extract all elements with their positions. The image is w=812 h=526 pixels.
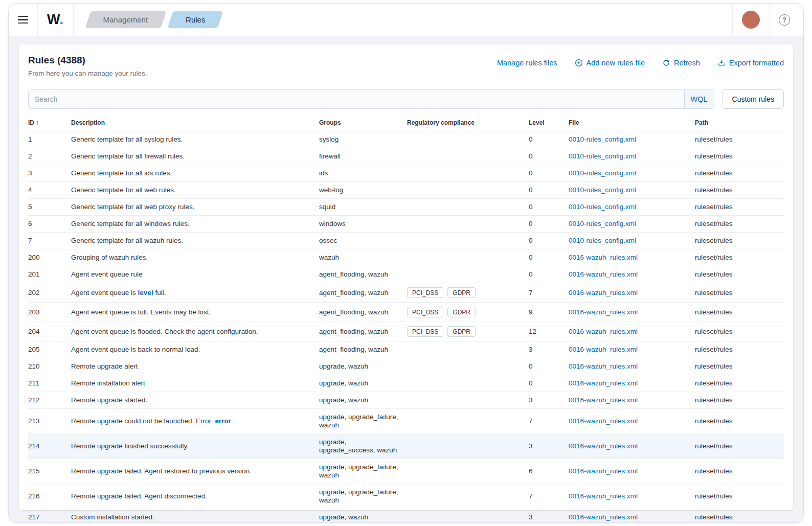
file-link[interactable]: 0016-wazuh_rules.xml <box>569 442 638 450</box>
column-header-description[interactable]: Description <box>71 116 319 131</box>
search-input[interactable] <box>29 90 684 108</box>
file-link[interactable]: 0016-wazuh_rules.xml <box>569 346 638 353</box>
file-link[interactable]: 0016-wazuh_rules.xml <box>569 270 638 278</box>
help-icon[interactable]: ? <box>779 14 790 26</box>
add-new-rules-file-button[interactable]: Add new rules file <box>575 59 645 67</box>
cell-path: ruleset/rules <box>695 375 784 392</box>
cell-groups: wazuh <box>319 249 407 266</box>
cell-level: 0 <box>529 131 569 148</box>
cell-path: ruleset/rules <box>695 409 784 434</box>
export-formatted-button[interactable]: Export formatted <box>717 59 784 67</box>
cell-groups: upgrade, wazuh <box>319 358 407 375</box>
table-row[interactable]: 1Generic template for all syslog rules.s… <box>28 131 784 148</box>
column-header-groups[interactable]: Groups <box>319 116 407 131</box>
table-row[interactable]: 5Generic template for all web proxy rule… <box>28 199 784 216</box>
cell-file: 0016-wazuh_rules.xml <box>569 322 695 341</box>
cell-description: Generic template for all ids rules. <box>71 165 319 182</box>
app-logo[interactable]: W. <box>38 4 73 36</box>
compliance-badge[interactable]: PCI_DSS <box>407 307 443 317</box>
user-avatar[interactable] <box>742 11 760 29</box>
compliance-badge[interactable]: GDPR <box>447 307 476 317</box>
file-link[interactable]: 0016-wazuh_rules.xml <box>569 396 638 404</box>
refresh-button[interactable]: Refresh <box>662 59 700 67</box>
cell-groups: syslog <box>319 131 407 148</box>
file-link[interactable]: 0016-wazuh_rules.xml <box>569 254 638 261</box>
file-link[interactable]: 0016-wazuh_rules.xml <box>569 417 638 425</box>
table-row[interactable]: 202Agent event queue is level full.agent… <box>28 283 784 303</box>
column-header-level[interactable]: Level <box>529 116 569 131</box>
table-row[interactable]: 211Remote installation alertupgrade, waz… <box>28 375 784 392</box>
cell-path: ruleset/rules <box>695 434 784 459</box>
column-header-id[interactable]: ID↑ <box>28 116 71 131</box>
table-row[interactable]: 210Remote upgrade alertupgrade, wazuh000… <box>28 358 784 375</box>
table-row[interactable]: 213Remote upgrade could not be launched.… <box>28 409 784 434</box>
table-row[interactable]: 4Generic template for all web rules.web-… <box>28 182 784 199</box>
cell-file: 0016-wazuh_rules.xml <box>569 358 695 375</box>
cell-groups: upgrade, wazuh <box>319 375 407 392</box>
file-link[interactable]: 0010-rules_config.xml <box>569 237 636 244</box>
menu-button[interactable] <box>9 4 37 36</box>
file-link[interactable]: 0010-rules_config.xml <box>569 152 636 160</box>
file-link[interactable]: 0016-wazuh_rules.xml <box>569 328 638 335</box>
file-link[interactable]: 0016-wazuh_rules.xml <box>569 513 638 521</box>
column-header-regulatory-compliance[interactable]: Regulatory compliance <box>407 116 529 131</box>
cell-compliance <box>407 509 529 523</box>
compliance-badge[interactable]: GDPR <box>447 326 476 337</box>
query-language-button[interactable]: WQL <box>684 90 714 108</box>
cell-description: Agent event queue is level full. <box>71 283 319 303</box>
cell-level: 9 <box>529 303 569 322</box>
file-link[interactable]: 0016-wazuh_rules.xml <box>569 308 638 316</box>
file-link[interactable]: 0016-wazuh_rules.xml <box>569 289 638 296</box>
compliance-badge[interactable]: PCI_DSS <box>407 287 443 298</box>
compliance-badge[interactable]: PCI_DSS <box>407 326 443 337</box>
column-header-path[interactable]: Path <box>695 116 784 131</box>
cell-file: 0016-wazuh_rules.xml <box>569 283 695 303</box>
table-row[interactable]: 215Remote upgrade failed. Agent restored… <box>28 459 784 484</box>
table-row[interactable]: 7Generic template for all wazuh rules.os… <box>28 233 784 249</box>
cell-compliance <box>407 341 529 358</box>
cell-description: Remote installation alert <box>71 375 319 392</box>
cell-id: 2 <box>28 148 71 165</box>
cell-description: Remote upgrade could not be launched. Er… <box>71 409 319 434</box>
cell-compliance <box>407 375 529 392</box>
table-row[interactable]: 6Generic template for all windows rules.… <box>28 216 784 233</box>
breadcrumb-label: Management <box>103 15 148 24</box>
custom-rules-button[interactable]: Custom rules <box>723 89 784 109</box>
table-row[interactable]: 216Remote upgrade failed. Agent disconne… <box>28 484 784 509</box>
cell-level: 12 <box>529 322 569 341</box>
file-link[interactable]: 0010-rules_config.xml <box>569 135 636 143</box>
file-link[interactable]: 0010-rules_config.xml <box>569 169 636 177</box>
action-label: Refresh <box>674 59 700 67</box>
table-row[interactable]: 204Agent event queue is flooded. Check t… <box>28 322 784 341</box>
table-row[interactable]: 2Generic template for all firewall rules… <box>28 148 784 165</box>
column-header-file[interactable]: File <box>569 116 695 131</box>
file-link[interactable]: 0016-wazuh_rules.xml <box>569 492 638 500</box>
file-link[interactable]: 0016-wazuh_rules.xml <box>569 379 638 387</box>
table-row[interactable]: 217Custom installation started.upgrade, … <box>28 509 784 523</box>
cell-groups: agent_flooding, wazuh <box>319 283 407 303</box>
cell-id: 211 <box>28 375 71 392</box>
navbar-right: ? <box>732 4 803 36</box>
cell-path: ruleset/rules <box>695 303 784 322</box>
breadcrumb-rules[interactable]: Rules <box>170 11 220 28</box>
cell-description: Agent event queue is full. Events may be… <box>71 303 319 322</box>
table-row[interactable]: 212Remote upgrade started.upgrade, wazuh… <box>28 392 784 409</box>
table-row[interactable]: 200Grouping of wazuh rules.wazuh00016-wa… <box>28 249 784 266</box>
breadcrumb-management[interactable]: Management <box>88 11 164 28</box>
file-link[interactable]: 0010-rules_config.xml <box>569 186 636 194</box>
table-row[interactable]: 201Agent event queue ruleagent_flooding,… <box>28 266 784 283</box>
table-row[interactable]: 3Generic template for all ids rules.ids0… <box>28 165 784 182</box>
cell-level: 0 <box>529 148 569 165</box>
table-row[interactable]: 205Agent event queue is back to normal l… <box>28 341 784 358</box>
file-link[interactable]: 0016-wazuh_rules.xml <box>569 362 638 370</box>
manage-rules-files-button[interactable]: Manage rules files <box>497 59 557 67</box>
file-link[interactable]: 0010-rules_config.xml <box>569 220 636 227</box>
compliance-badge[interactable]: GDPR <box>447 287 476 298</box>
panel-title-block: Rules (4388) From here you can manage yo… <box>28 55 147 77</box>
file-link[interactable]: 0016-wazuh_rules.xml <box>569 467 638 475</box>
cell-id: 212 <box>28 392 71 409</box>
table-row[interactable]: 214Remote upgrade finished successfully.… <box>28 434 784 459</box>
cell-compliance <box>407 484 529 509</box>
table-row[interactable]: 203Agent event queue is full. Events may… <box>28 303 784 322</box>
file-link[interactable]: 0010-rules_config.xml <box>569 203 636 211</box>
